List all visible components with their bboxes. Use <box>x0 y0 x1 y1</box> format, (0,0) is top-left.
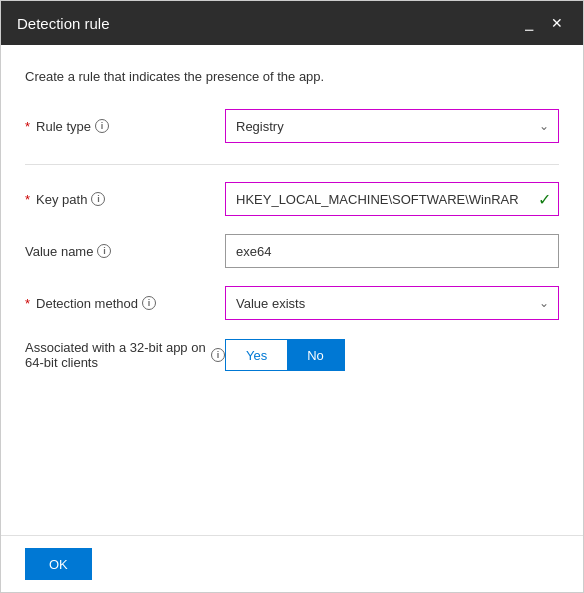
rule-type-control: Registry MSI Script File system ⌄ <box>225 109 559 143</box>
value-name-label-text: Value name <box>25 244 93 259</box>
minimize-button[interactable]: ⎯ <box>519 13 539 33</box>
value-name-info-icon[interactable]: i <box>97 244 111 258</box>
dialog-body: Create a rule that indicates the presenc… <box>1 45 583 535</box>
rule-type-select[interactable]: Registry MSI Script File system <box>225 109 559 143</box>
key-path-label-text: Key path <box>36 192 87 207</box>
key-path-control: ✓ <box>225 182 559 216</box>
value-name-label: Value name i <box>25 244 225 259</box>
key-path-input-wrapper: ✓ <box>225 182 559 216</box>
body-spacer <box>25 389 559 519</box>
detection-method-label: * Detection method i <box>25 296 225 311</box>
rule-type-info-icon[interactable]: i <box>95 119 109 133</box>
description-text: Create a rule that indicates the presenc… <box>25 69 559 84</box>
key-path-label: * Key path i <box>25 192 225 207</box>
bitness-no-button[interactable]: No <box>287 340 344 370</box>
detection-method-info-icon[interactable]: i <box>142 296 156 310</box>
required-star-3: * <box>25 296 30 311</box>
value-name-group: Value name i <box>25 233 559 269</box>
detection-method-control: Value exists Does not exist String compa… <box>225 286 559 320</box>
detection-rule-dialog: Detection rule ⎯ ✕ Create a rule that in… <box>0 0 584 593</box>
close-icon: ✕ <box>551 15 563 31</box>
key-path-group: * Key path i ✓ <box>25 181 559 217</box>
value-name-input[interactable] <box>225 234 559 268</box>
value-name-control <box>225 234 559 268</box>
dialog-footer: OK <box>1 535 583 592</box>
bitness-yes-button[interactable]: Yes <box>226 340 287 370</box>
bitness-group: Associated with a 32-bit app on 64-bit c… <box>25 337 559 373</box>
key-path-info-icon[interactable]: i <box>91 192 105 206</box>
detection-method-select[interactable]: Value exists Does not exist String compa… <box>225 286 559 320</box>
dialog-title: Detection rule <box>17 15 110 32</box>
rule-type-label: * Rule type i <box>25 119 225 134</box>
divider-1 <box>25 164 559 165</box>
bitness-label: Associated with a 32-bit app on 64-bit c… <box>25 340 225 370</box>
rule-type-select-wrapper: Registry MSI Script File system ⌄ <box>225 109 559 143</box>
detection-method-group: * Detection method i Value exists Does n… <box>25 285 559 321</box>
key-path-input[interactable] <box>225 182 559 216</box>
close-button[interactable]: ✕ <box>547 13 567 33</box>
rule-type-group: * Rule type i Registry MSI Script File s… <box>25 108 559 144</box>
detection-method-label-text: Detection method <box>36 296 138 311</box>
titlebar-buttons: ⎯ ✕ <box>519 13 567 33</box>
bitness-label-text: Associated with a 32-bit app on 64-bit c… <box>25 340 207 370</box>
key-path-valid-icon: ✓ <box>538 190 551 209</box>
bitness-info-icon[interactable]: i <box>211 348 225 362</box>
ok-button[interactable]: OK <box>25 548 92 580</box>
required-star: * <box>25 119 30 134</box>
bitness-toggle-group: Yes No <box>225 339 345 371</box>
detection-method-select-wrapper: Value exists Does not exist String compa… <box>225 286 559 320</box>
minimize-icon: ⎯ <box>525 15 533 31</box>
required-star-2: * <box>25 192 30 207</box>
rule-type-label-text: Rule type <box>36 119 91 134</box>
bitness-control: Yes No <box>225 339 559 371</box>
titlebar: Detection rule ⎯ ✕ <box>1 1 583 45</box>
